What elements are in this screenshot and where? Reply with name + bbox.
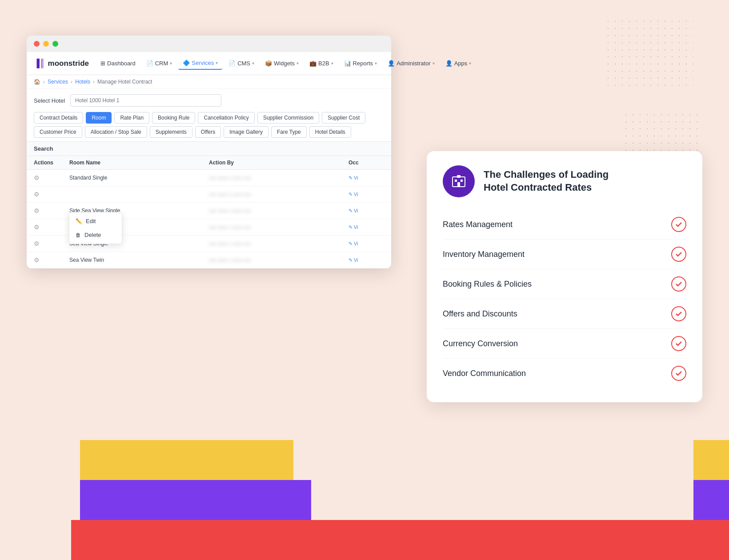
breadcrumb-sep1: › <box>43 79 45 85</box>
check-icon-rates <box>671 217 686 232</box>
checklist: Rates Management Inventory Management Bo… <box>443 210 686 388</box>
nav-dashboard[interactable]: ⊞ Dashboard <box>96 57 140 69</box>
row-action-icon[interactable]: ⚙ <box>34 240 69 247</box>
table-row: ⚙ xxx xxxx x xxxx xxx ✎ Vi ✏️ Edit 🗑 Del… <box>27 186 391 203</box>
tab-booking-rule[interactable]: Booking Rule <box>152 112 195 124</box>
deco-purple-right <box>693 480 729 520</box>
checklist-label-booking: Booking Rules & Policies <box>443 280 532 289</box>
view-link[interactable]: ✎ Vi <box>348 224 384 230</box>
row-action-icon[interactable]: ⚙ <box>34 174 69 181</box>
select-hotel-label: Select Hotel <box>34 97 65 104</box>
checklist-label-vendor: Vendor Communication <box>443 369 526 378</box>
breadcrumb: 🏠 › Services › Hotels › Manage Hotel Con… <box>27 75 391 89</box>
row-action-icon[interactable]: ⚙ <box>34 256 69 264</box>
nav-administrator[interactable]: 👤 Administrator ▾ <box>383 57 439 69</box>
action-by-cell: xxx xxxx x xxxx xxx <box>209 241 348 246</box>
delete-icon: 🗑 <box>76 232 81 238</box>
traffic-light-green[interactable] <box>52 41 58 47</box>
room-name-cell: Standard Single <box>69 175 209 181</box>
col-action-by: Action By <box>209 160 348 166</box>
context-menu-delete[interactable]: 🗑 Delete <box>69 228 122 242</box>
check-icon-booking <box>671 276 686 292</box>
tab-room[interactable]: Room <box>86 112 112 124</box>
breadcrumb-services[interactable]: Services <box>48 79 68 85</box>
tab-supplier-cost[interactable]: Supplier Cost <box>322 112 365 124</box>
col-room-name: Room Name <box>69 160 209 166</box>
traffic-light-red[interactable] <box>34 41 40 47</box>
admin-icon: 👤 <box>388 60 395 67</box>
nav-b2b[interactable]: 💼 B2B ▾ <box>305 57 338 69</box>
check-icon-offers <box>671 306 686 321</box>
view-link[interactable]: ✎ Vi <box>348 257 384 263</box>
checklist-item-booking: Booking Rules & Policies <box>443 269 686 299</box>
info-card-logo <box>443 165 475 197</box>
nav-apps[interactable]: 👤 Apps ▾ <box>441 57 476 69</box>
tab-rate-plan[interactable]: Rate Plan <box>114 112 149 124</box>
apps-caret: ▾ <box>469 61 471 66</box>
view-link[interactable]: ✎ Vi <box>348 192 384 197</box>
nav-reports[interactable]: 📊 Reports ▾ <box>340 57 382 69</box>
deco-red <box>71 520 729 560</box>
checklist-item-rates: Rates Management <box>443 210 686 240</box>
action-by-cell: xxx xxxx x xxxx xxx <box>209 208 348 213</box>
search-label: Search <box>34 145 53 152</box>
checklist-item-inventory: Inventory Management <box>443 240 686 269</box>
info-card: The Challenges of LoadingHotel Contracte… <box>427 151 702 402</box>
breadcrumb-hotels[interactable]: Hotels <box>75 79 90 85</box>
tab-customer-price[interactable]: Customer Price <box>34 126 82 138</box>
nav-cms[interactable]: 📄 CMS ▾ <box>224 57 259 69</box>
context-menu-edit[interactable]: ✏️ Edit <box>69 214 122 228</box>
nav-admin-label: Administrator <box>397 60 431 67</box>
home-icon[interactable]: 🏠 <box>34 79 40 85</box>
logo-text: moonstride <box>48 59 89 68</box>
svg-rect-4 <box>457 175 461 178</box>
nav-cms-label: CMS <box>237 60 250 67</box>
svg-rect-2 <box>461 180 463 182</box>
nav-apps-label: Apps <box>454 60 468 67</box>
info-card-title: The Challenges of LoadingHotel Contracte… <box>484 168 609 194</box>
room-name-cell: Sea View Twin <box>69 257 209 263</box>
tab-hotel-details[interactable]: Hotel Details <box>309 126 351 138</box>
edit-icon: ✏️ <box>76 218 82 224</box>
apps-icon: 👤 <box>445 60 453 67</box>
col-actions: Actions <box>34 160 69 166</box>
table-row: ⚙ Sea View Twin xxx xxxx x xxxx xxx ✎ Vi <box>27 252 391 268</box>
tab-cancellation-policy[interactable]: Cancellation Policy <box>198 112 254 124</box>
tab-offers[interactable]: Offers <box>195 126 221 138</box>
view-link[interactable]: ✎ Vi <box>348 208 384 214</box>
select-hotel-dropdown[interactable]: Hotel 1000 Hotel 1 <box>70 94 221 107</box>
row-action-icon[interactable]: ⚙ <box>34 224 69 231</box>
widgets-icon: 📦 <box>265 60 272 67</box>
svg-rect-1 <box>455 180 457 182</box>
nav-b2b-label: B2B <box>318 60 329 67</box>
traffic-light-yellow[interactable] <box>43 41 49 47</box>
search-bar: Search <box>27 141 391 156</box>
crm-caret: ▾ <box>170 61 172 66</box>
nav-services[interactable]: 🔷 Services ▾ <box>178 57 222 70</box>
info-card-header: The Challenges of LoadingHotel Contracte… <box>443 165 686 197</box>
checklist-label-inventory: Inventory Management <box>443 250 525 259</box>
row-action-icon[interactable]: ⚙ <box>34 191 69 198</box>
reports-caret: ▾ <box>375 61 377 66</box>
checklist-label-currency: Currency Conversion <box>443 339 518 348</box>
checklist-item-currency: Currency Conversion <box>443 329 686 359</box>
nav-services-label: Services <box>192 60 214 66</box>
nav-crm[interactable]: 📄 CRM ▾ <box>142 57 177 69</box>
tab-supplier-commission[interactable]: Supplier Commission <box>257 112 319 124</box>
view-link[interactable]: ✎ Vi <box>348 175 384 181</box>
nav-widgets[interactable]: 📦 Widgets ▾ <box>260 57 303 69</box>
view-link[interactable]: ✎ Vi <box>348 241 384 247</box>
check-icon-vendor <box>671 366 686 381</box>
dashboard-icon: ⊞ <box>100 60 105 67</box>
browser-titlebar <box>27 36 391 52</box>
cms-icon: 📄 <box>228 60 236 67</box>
tab-supplements[interactable]: Supplements <box>150 126 192 138</box>
tab-contract-details[interactable]: Contract Details <box>34 112 83 124</box>
tab-allocation-stop-sale[interactable]: Allocation / Stop Sale <box>85 126 147 138</box>
row-action-icon[interactable]: ⚙ <box>34 207 69 214</box>
nav-widgets-label: Widgets <box>274 60 295 67</box>
checklist-item-vendor: Vendor Communication <box>443 359 686 388</box>
tab-fare-type[interactable]: Fare Type <box>271 126 307 138</box>
tab-image-gallery[interactable]: Image Gallery <box>224 126 268 138</box>
col-occ: Occ <box>348 160 384 166</box>
